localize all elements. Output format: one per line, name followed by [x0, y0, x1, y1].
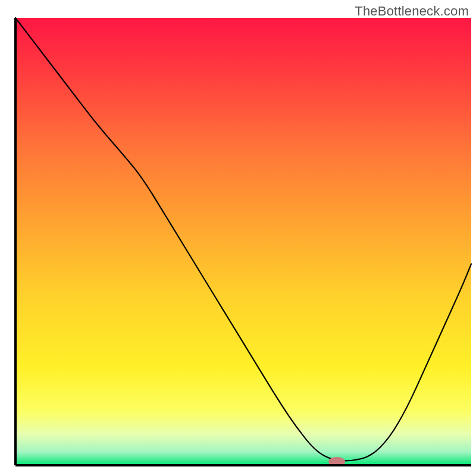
bottleneck-chart — [0, 0, 476, 476]
chart-container: TheBottleneck.com — [0, 0, 476, 476]
plot-background — [15, 18, 471, 465]
watermark-text: TheBottleneck.com — [355, 4, 469, 19]
